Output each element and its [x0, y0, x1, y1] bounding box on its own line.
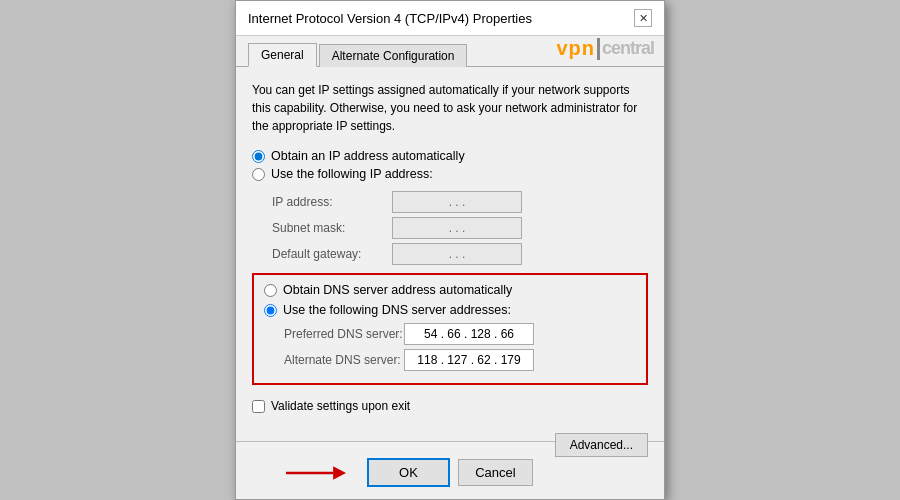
- tab-alternate-configuration[interactable]: Alternate Configuration: [319, 44, 468, 67]
- manual-ip-radio[interactable]: [252, 168, 265, 181]
- vpn-central-logo: vpn central: [556, 37, 654, 60]
- manual-dns-label: Use the following DNS server addresses:: [283, 303, 511, 317]
- manual-ip-label: Use the following IP address:: [271, 167, 433, 181]
- arrow-indicator: [286, 461, 346, 485]
- validate-label: Validate settings upon exit: [271, 399, 410, 413]
- tabs-container: General Alternate Configuration vpn cent…: [236, 36, 664, 67]
- title-bar: Internet Protocol Version 4 (TCP/IPv4) P…: [236, 1, 664, 36]
- ip-address-label: IP address:: [272, 195, 392, 209]
- dns-section: Obtain DNS server address automatically …: [252, 273, 648, 385]
- auto-ip-row: Obtain an IP address automatically: [252, 149, 648, 163]
- gateway-input[interactable]: [392, 243, 522, 265]
- auto-ip-label: Obtain an IP address automatically: [271, 149, 465, 163]
- subnet-mask-row: Subnet mask:: [272, 217, 648, 239]
- ip-radio-group: Obtain an IP address automatically Use t…: [252, 149, 648, 181]
- validate-row: Validate settings upon exit: [252, 395, 410, 417]
- subnet-mask-input[interactable]: [392, 217, 522, 239]
- preferred-dns-label: Preferred DNS server:: [284, 327, 404, 341]
- cancel-button[interactable]: Cancel: [458, 459, 533, 486]
- manual-dns-row: Use the following DNS server addresses:: [264, 303, 636, 317]
- validate-checkbox[interactable]: [252, 400, 265, 413]
- ip-fields-group: IP address: Subnet mask: Default gateway…: [272, 191, 648, 265]
- auto-dns-row: Obtain DNS server address automatically: [264, 283, 636, 297]
- ip-address-row: IP address:: [272, 191, 648, 213]
- gateway-label: Default gateway:: [272, 247, 392, 261]
- logo-vpn-text: vpn: [556, 37, 595, 60]
- tab-general[interactable]: General: [248, 43, 317, 67]
- alternate-dns-label: Alternate DNS server:: [284, 353, 404, 367]
- ip-address-input[interactable]: [392, 191, 522, 213]
- arrow-svg: [286, 461, 346, 485]
- manual-ip-row: Use the following IP address:: [252, 167, 648, 181]
- auto-dns-label: Obtain DNS server address automatically: [283, 283, 512, 297]
- description-text: You can get IP settings assigned automat…: [252, 81, 648, 135]
- bottom-buttons-row: OK Cancel: [236, 450, 664, 499]
- gateway-row: Default gateway:: [272, 243, 648, 265]
- logo-central-text: central: [602, 38, 654, 59]
- ok-button[interactable]: OK: [367, 458, 450, 487]
- preferred-dns-input[interactable]: [404, 323, 534, 345]
- logo-divider: [597, 38, 600, 60]
- manual-dns-radio[interactable]: [264, 304, 277, 317]
- preferred-dns-row: Preferred DNS server:: [284, 323, 636, 345]
- dialog-window: Internet Protocol Version 4 (TCP/IPv4) P…: [235, 0, 665, 500]
- auto-ip-radio[interactable]: [252, 150, 265, 163]
- alternate-dns-input[interactable]: [404, 349, 534, 371]
- dialog-title: Internet Protocol Version 4 (TCP/IPv4) P…: [248, 11, 532, 26]
- alternate-dns-row: Alternate DNS server:: [284, 349, 636, 371]
- dialog-content: You can get IP settings assigned automat…: [236, 67, 664, 437]
- close-button[interactable]: ✕: [634, 9, 652, 27]
- svg-marker-1: [333, 466, 346, 480]
- auto-dns-radio[interactable]: [264, 284, 277, 297]
- validate-advanced-row: Validate settings upon exit Advanced...: [252, 395, 648, 417]
- subnet-mask-label: Subnet mask:: [272, 221, 392, 235]
